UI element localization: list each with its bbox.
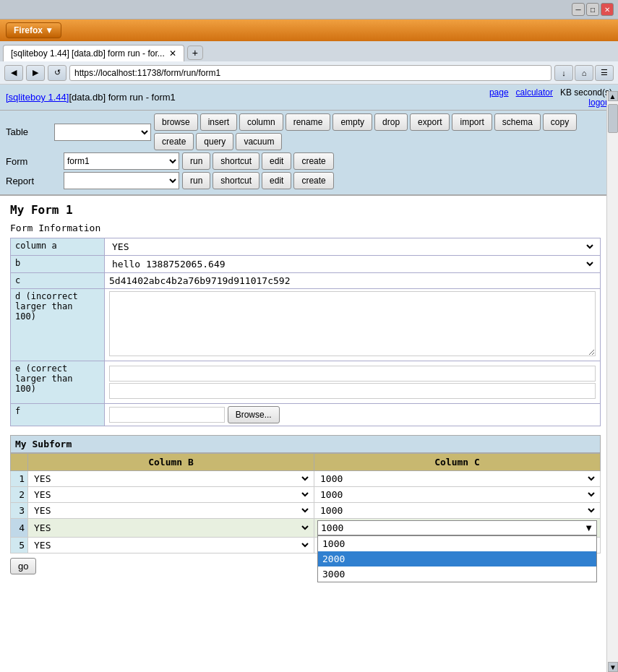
row3-col-c[interactable]: 1000: [314, 503, 601, 519]
new-tab-button[interactable]: +: [187, 46, 203, 60]
scrollbar[interactable]: ▲ ▼: [606, 91, 618, 672]
dropdown-option-2000[interactable]: 2000: [318, 551, 596, 567]
form-title: My Form 1: [10, 203, 601, 217]
form-create-button[interactable]: create: [293, 152, 333, 170]
row3-b-select[interactable]: YESNO: [31, 504, 311, 517]
empty-button[interactable]: empty: [332, 113, 372, 131]
row4-c-input-display[interactable]: 1000 ▼: [317, 520, 597, 535]
row1-c-select[interactable]: 1000: [317, 473, 597, 485]
create-table-button[interactable]: create: [154, 133, 194, 150]
field-value-d[interactable]: [105, 289, 601, 361]
downloads-button[interactable]: ↓: [554, 65, 573, 81]
column-a-select[interactable]: YES NO: [109, 241, 596, 253]
report-select[interactable]: [64, 172, 179, 189]
menu-button[interactable]: ☰: [595, 65, 614, 81]
field-value-e[interactable]: [105, 361, 601, 404]
row3-c-select[interactable]: 1000: [317, 504, 597, 517]
field-label-c: c: [11, 273, 105, 289]
row2-col-c[interactable]: 1000: [314, 487, 601, 503]
main-content: My Form 1 Form Information column a YES …: [0, 196, 618, 672]
row1-b-select[interactable]: YESNO: [31, 473, 311, 485]
e-input-2[interactable]: [109, 383, 596, 399]
table-buttons: browse insert column rename empty drop e…: [154, 113, 615, 150]
report-edit-button[interactable]: edit: [262, 172, 291, 189]
column-button[interactable]: column: [239, 113, 283, 131]
field-label-e: e (correct larger than 100): [11, 361, 105, 404]
row4-c-dropdown-menu[interactable]: 1000 2000 3000: [317, 535, 597, 582]
row5-col-b[interactable]: YESNO: [28, 538, 314, 553]
reload-button[interactable]: ↺: [48, 65, 66, 81]
import-button[interactable]: import: [452, 113, 492, 131]
field-value-b[interactable]: hello 1388752065.649: [105, 256, 601, 273]
row5-b-select[interactable]: YESNO: [31, 539, 311, 551]
row3-col-b[interactable]: YESNO: [28, 503, 314, 519]
row2-b-select[interactable]: YESNO: [31, 488, 311, 501]
table-row: 3 YESNO 1000: [11, 503, 601, 519]
vacuum-button[interactable]: vacuum: [236, 133, 282, 150]
scroll-up-arrow[interactable]: ▲: [608, 91, 618, 101]
subform-container: My Subform Column B Column C 1 YESNO: [10, 435, 601, 553]
forward-button[interactable]: ▶: [26, 65, 45, 81]
kb-label: KB second(s): [560, 87, 612, 98]
row2-col-b[interactable]: YESNO: [28, 487, 314, 503]
form-shortcut-button[interactable]: shortcut: [213, 152, 259, 170]
field-label-b: b: [11, 256, 105, 273]
rename-button[interactable]: rename: [286, 113, 331, 131]
close-button[interactable]: ✕: [601, 3, 614, 16]
row4-c-dropdown-arrow[interactable]: ▼: [584, 522, 593, 533]
go-button[interactable]: go: [10, 558, 36, 574]
scroll-down-arrow[interactable]: ▼: [608, 662, 618, 672]
row4-col-c[interactable]: 1000 ▼ 1000 2000 3000: [314, 519, 601, 538]
export-button[interactable]: export: [410, 113, 450, 131]
firefox-menu-button[interactable]: Firefox ▼: [6, 22, 61, 38]
dropdown-option-1000[interactable]: 1000: [318, 536, 596, 551]
browse-file-button[interactable]: Browse...: [228, 406, 280, 423]
report-create-button[interactable]: create: [293, 172, 333, 189]
page-link[interactable]: page: [489, 87, 509, 98]
row2-c-select[interactable]: 1000: [317, 488, 597, 501]
row-num-4: 4: [11, 519, 28, 538]
row1-col-c[interactable]: 1000: [314, 471, 601, 487]
home-button[interactable]: ⌂: [575, 65, 593, 81]
url-input[interactable]: https://localhost:11738/form/run/form1: [69, 65, 552, 81]
dropdown-option-3000[interactable]: 3000: [318, 567, 596, 582]
insert-button[interactable]: insert: [200, 113, 237, 131]
drop-button[interactable]: drop: [374, 113, 408, 131]
minimize-button[interactable]: ─: [572, 3, 585, 16]
schema-button[interactable]: schema: [494, 113, 541, 131]
browse-button[interactable]: browse: [154, 113, 198, 131]
row4-col-b[interactable]: YESNO: [28, 519, 314, 538]
copy-button[interactable]: copy: [543, 113, 577, 131]
e-input-1[interactable]: [109, 366, 596, 382]
app-title-link[interactable]: [sqliteboy 1.44]: [6, 92, 69, 103]
tab-close-icon[interactable]: ✕: [169, 48, 176, 59]
row-num-5: 5: [11, 538, 28, 553]
back-button[interactable]: ◀: [4, 65, 23, 81]
report-shortcut-button[interactable]: shortcut: [213, 172, 259, 189]
c-input[interactable]: [109, 275, 596, 286]
form-section-label: Form Information: [10, 223, 601, 233]
tab-bar: [sqliteboy 1.44] [data.db] form run - fo…: [0, 41, 618, 61]
subform-col-b-header: Column B: [28, 454, 314, 471]
field-value-c[interactable]: [105, 273, 601, 289]
table-row: e (correct larger than 100): [11, 361, 601, 404]
query-button[interactable]: query: [196, 133, 233, 150]
f-text-input[interactable]: [109, 407, 225, 423]
d-textarea[interactable]: [109, 291, 596, 356]
maximize-button[interactable]: □: [586, 3, 599, 16]
scroll-thumb[interactable]: [608, 104, 618, 133]
form-select[interactable]: form1: [64, 152, 179, 170]
report-run-button[interactable]: run: [182, 172, 210, 189]
address-bar: ◀ ▶ ↺ https://localhost:11738/form/run/f…: [0, 61, 618, 85]
b-select[interactable]: hello 1388752065.649: [109, 258, 596, 270]
row4-b-select[interactable]: YESNO: [31, 522, 311, 534]
form-edit-button[interactable]: edit: [262, 152, 291, 170]
field-value-a[interactable]: YES NO: [105, 238, 601, 256]
row1-col-b[interactable]: YESNO: [28, 471, 314, 487]
active-tab[interactable]: [sqliteboy 1.44] [data.db] form run - fo…: [3, 45, 184, 61]
calculator-link[interactable]: calculator: [516, 87, 553, 98]
form-run-button[interactable]: run: [182, 152, 210, 170]
table-select[interactable]: [54, 124, 151, 141]
field-value-f[interactable]: Browse...: [105, 404, 601, 426]
field-label-a: column a: [11, 238, 105, 256]
